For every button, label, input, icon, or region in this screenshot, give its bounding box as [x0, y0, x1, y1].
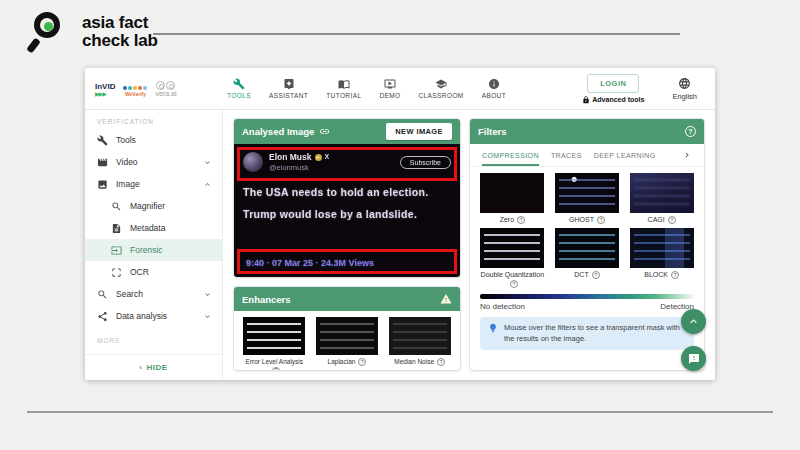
help-icon[interactable]: ? [671, 271, 679, 279]
link-icon[interactable] [319, 126, 330, 137]
nav-tab-classroom[interactable]: CLASSROOM [419, 78, 464, 99]
sidebar-more-label: MORE [97, 337, 222, 344]
bottom-divider [27, 411, 773, 413]
help-icon[interactable]: ? [272, 367, 280, 371]
search-icon [97, 289, 108, 300]
brand-name: asia fact check lab [82, 14, 158, 51]
filter-thumbnail[interactable] [480, 228, 544, 268]
magnifier-logo-icon [28, 8, 72, 56]
tab-compression[interactable]: COMPRESSION [482, 144, 539, 166]
tweet-subscribe-button: Subscribe [400, 156, 451, 169]
filter-thumbnail[interactable] [480, 173, 544, 213]
chevron-up-icon [203, 180, 212, 189]
filter-cagi[interactable]: CAGI? [627, 173, 696, 224]
feedback-button[interactable] [681, 346, 706, 371]
help-icon[interactable]: ? [358, 358, 366, 366]
tab-deep-learning[interactable]: DEEP LEARNING [594, 144, 656, 166]
help-icon[interactable]: ? [437, 358, 445, 366]
no-detection-label: No detection [480, 302, 525, 311]
help-icon[interactable]: ? [517, 216, 525, 224]
nav-tab-assistant[interactable]: ASSISTANT [269, 78, 308, 99]
sidebar-item-video[interactable]: Video [85, 151, 222, 173]
analysed-image-preview[interactable]: Elon Musk ✓ X @elonmusk Subscribe The US… [234, 144, 460, 277]
veraai-logo: vera.ai [155, 81, 176, 97]
chevron-right-icon[interactable] [682, 150, 692, 160]
film-icon [97, 157, 108, 168]
image-icon [97, 179, 108, 190]
sidebar-item-search[interactable]: Search [85, 283, 222, 305]
filter-thumbnail[interactable] [555, 173, 619, 213]
sidebar-section-label: VERIFICATION [97, 118, 222, 125]
sidebar-hide-button[interactable]: ‹ HIDE [85, 355, 222, 379]
sidebar-item-ocr[interactable]: OCR [85, 261, 222, 283]
filter-thumbnail[interactable] [630, 173, 694, 213]
nav-tab-about[interactable]: ABOUT [482, 78, 506, 99]
document-icon [111, 223, 122, 234]
enhancers-panel: Enhancers Error Level Analysis? Laplacia… [233, 286, 461, 371]
logo-cluster: InVID ▶▶▶ WeVerify vera.ai [95, 81, 213, 97]
tweet-meta: 9:40 · 07 Mar 25 · 24.3M Views [246, 258, 374, 268]
enhancers-header: Enhancers [234, 287, 460, 311]
feedback-chat-icon [688, 353, 700, 365]
nav-tab-tools[interactable]: TOOLS [227, 78, 251, 99]
filter-thumbnail[interactable] [555, 228, 619, 268]
verified-badge-icon: ✓ [315, 154, 322, 161]
filter-zero[interactable]: Zero? [478, 173, 547, 224]
x-logo-icon: X [325, 153, 330, 162]
filters-tip-text: Mouse over the filters to see a transpar… [504, 323, 686, 344]
sidebar-item-data-analysis[interactable]: Data analysis [85, 305, 222, 327]
sidebar-item-forensic[interactable]: Forensic [85, 239, 222, 261]
advanced-tools[interactable]: Advanced tools [582, 96, 644, 104]
nav-tab-tutorial[interactable]: TUTORIAL [326, 78, 361, 99]
help-icon[interactable]: ? [510, 280, 518, 288]
tweet-text: The USA needs to hold an election. Trump… [243, 181, 451, 225]
advanced-tools-label: Advanced tools [592, 96, 644, 103]
sidebar-item-tools[interactable]: Tools [85, 129, 222, 151]
tab-traces[interactable]: TRACES [551, 144, 582, 166]
warning-icon [440, 293, 452, 305]
detection-scale-labels: No detection Detection [470, 299, 704, 311]
share-graph-icon [97, 311, 108, 322]
filter-dct[interactable]: DCT? [553, 228, 622, 288]
book-icon [338, 78, 350, 90]
chevron-down-icon [203, 312, 212, 321]
weverify-logo: WeVerify [123, 86, 147, 97]
filter-ghost[interactable]: GHOST? [553, 173, 622, 224]
tweet-display-name: Elon Musk [269, 152, 312, 163]
login-button[interactable]: LOGIN [587, 74, 639, 93]
enhancers-title: Enhancers [242, 294, 291, 305]
nav-items: TOOLS ASSISTANT TUTORIAL DEMO CLASSROOM … [227, 78, 506, 99]
new-image-button[interactable]: NEW IMAGE [386, 123, 452, 140]
enhancer-error-level-analysis[interactable]: Error Level Analysis? [242, 317, 306, 371]
enhancer-median-noise[interactable]: Median Noise? [388, 317, 452, 371]
language-label: English [672, 92, 697, 101]
enhancer-thumbnail[interactable] [316, 317, 378, 355]
sidebar-item-image[interactable]: Image [85, 173, 222, 195]
enhancer-laplacian[interactable]: Laplacian? [315, 317, 379, 371]
filter-block[interactable]: BLOCK? [627, 228, 696, 288]
top-navbar: InVID ▶▶▶ WeVerify vera.ai TOOLS ASSI [85, 68, 715, 110]
filter-double-quantization[interactable]: Double Quantization? [478, 228, 547, 288]
enhancer-thumbnail[interactable] [243, 317, 305, 355]
sidebar-item-magnifier[interactable]: Magnifier [85, 195, 222, 217]
language-selector[interactable]: English [672, 77, 697, 101]
enhancer-thumbnail[interactable] [389, 317, 451, 355]
wrench-icon [97, 135, 108, 146]
nav-tab-demo[interactable]: DEMO [379, 78, 400, 99]
help-icon[interactable]: ? [685, 126, 696, 137]
top-divider [153, 33, 680, 35]
help-icon[interactable]: ? [668, 216, 676, 224]
forensic-icon [111, 245, 122, 256]
help-icon[interactable]: ? [592, 271, 600, 279]
wrench-icon [233, 78, 245, 90]
chevron-down-icon [203, 158, 212, 167]
help-icon[interactable]: ? [597, 216, 605, 224]
analysed-image-title: Analysed Image [242, 126, 314, 137]
sidebar-item-metadata[interactable]: Metadata [85, 217, 222, 239]
scroll-top-button[interactable] [681, 309, 706, 334]
crop-frame-icon [111, 267, 122, 278]
lightbulb-icon [488, 323, 498, 333]
filter-thumbnail[interactable] [630, 228, 694, 268]
magnifier-icon [111, 201, 122, 212]
school-icon [435, 78, 447, 90]
